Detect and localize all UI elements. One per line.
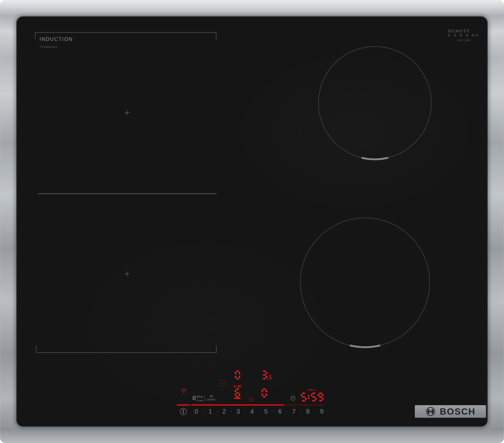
slider-dot: · — [202, 408, 204, 414]
clock-icon[interactable] — [290, 396, 295, 401]
flex-bottom-power-display — [235, 389, 240, 397]
front-right-power-display — [262, 389, 267, 397]
bosch-wordmark: BOSCH — [440, 406, 476, 417]
slider-line-dim-tail — [284, 404, 324, 406]
glass-serial-number: 9001778554 — [457, 39, 479, 41]
slider-line-main-segment[interactable] — [191, 404, 284, 406]
flex-top-power-display — [235, 371, 240, 379]
slider-line-left-segment[interactable] — [177, 404, 190, 406]
slider-number-3[interactable]: 3 — [236, 408, 240, 415]
slider-number-2[interactable]: 2 — [222, 408, 226, 415]
slider-dot: · — [300, 408, 302, 414]
boost-chevrons-icon[interactable] — [210, 395, 213, 398]
slider-number-0[interactable]: 0 — [195, 408, 198, 415]
schott-logo-line1: SCHOTT — [448, 29, 479, 34]
model-number-label: PVS645HB1 — [40, 46, 57, 49]
rear-right-power-fraction-display — [269, 375, 272, 379]
selected-zone-underline — [234, 398, 240, 399]
timer-digit-seconds-ones — [318, 393, 323, 401]
slider-number-4[interactable]: 4 — [250, 408, 254, 415]
product-photo-bosch-induction-hob: { "colors": { "glass": "#151515", "steel… — [0, 0, 504, 443]
power-slider-scale[interactable]: 0·1·2·3·4·5·6·7·8·9 — [195, 408, 324, 415]
rear-right-power-display — [262, 371, 267, 379]
ceran-glass-surface — [17, 17, 487, 426]
timer-digit-seconds-tens — [311, 393, 316, 401]
schott-logo-line2: C E R A N® — [448, 34, 479, 37]
pause-icon[interactable] — [193, 395, 196, 401]
slider-dot: · — [230, 408, 232, 414]
slider-dot: · — [286, 408, 288, 414]
bosch-emblem-icon — [426, 407, 435, 416]
slider-dot: · — [258, 408, 260, 414]
slider-number-7[interactable]: 7 — [292, 408, 295, 415]
boost-label[interactable]: BOOST — [207, 398, 216, 401]
slider-dot: · — [314, 408, 316, 414]
power-icon[interactable] — [180, 408, 187, 415]
slider-number-6[interactable]: 6 — [278, 408, 282, 415]
induction-label: INDUCTION — [39, 36, 73, 42]
wifi-icon — [180, 388, 187, 393]
bosch-badge: BOSCH — [415, 405, 486, 418]
timer-digit-minutes — [301, 393, 306, 401]
slider-dot: · — [216, 408, 218, 414]
slider-dot: · — [272, 408, 274, 414]
rear-right-power-decimal-point — [267, 378, 268, 379]
key-lock-duration-label: 4 sec — [197, 399, 203, 402]
timer-colon — [308, 394, 309, 400]
star-icon[interactable] — [248, 396, 254, 402]
slider-number-5[interactable]: 5 — [264, 408, 268, 415]
slider-number-1[interactable]: 1 — [209, 408, 212, 415]
timer-unit-label: min:s — [305, 388, 318, 391]
slider-number-8[interactable]: 8 — [306, 408, 309, 415]
panel-divider — [204, 395, 205, 402]
slider-dot: · — [244, 408, 246, 414]
bridge-arrow-icon — [234, 385, 241, 388]
slider-number-9[interactable]: 9 — [320, 408, 324, 415]
key-lock-icon[interactable] — [197, 395, 203, 399]
flexzone-icon[interactable] — [220, 380, 225, 387]
schott-ceran-logo: SCHOTT C E R A N® 9001778554 — [448, 29, 479, 41]
